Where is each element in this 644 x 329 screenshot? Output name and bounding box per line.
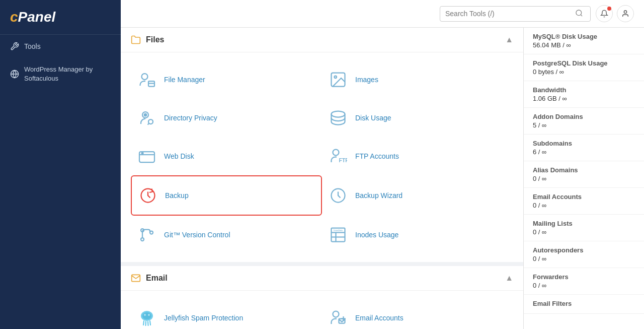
sidebar-item-wordpress-label: WordPress Manager by Softaculous bbox=[24, 65, 111, 83]
search-icon bbox=[575, 9, 583, 17]
disk-usage-icon bbox=[329, 109, 347, 127]
stat-postgresql-disk-value: 0 bytes / ∞ bbox=[533, 68, 635, 76]
files-section-title: Files bbox=[146, 35, 164, 44]
user-icon bbox=[621, 10, 629, 18]
web-disk-label: Web Disk bbox=[164, 152, 194, 160]
stat-addon-domains: Addon Domains 5 / ∞ bbox=[524, 108, 644, 135]
images-label: Images bbox=[355, 76, 378, 84]
file-manager-item[interactable]: File Manager bbox=[131, 60, 322, 99]
main-content: Files ▲ bbox=[121, 28, 523, 329]
sidebar: cPanel Tools WordPress Manager by Softac… bbox=[0, 0, 121, 329]
stat-forwarders-label: Forwarders bbox=[533, 273, 635, 281]
jellyfish-icon bbox=[138, 309, 156, 327]
tools-icon bbox=[10, 42, 19, 51]
disk-usage-label: Disk Usage bbox=[355, 114, 391, 122]
email-accounts-icon-wrap bbox=[327, 307, 349, 329]
svg-point-36 bbox=[144, 314, 146, 316]
stat-forwarders: Forwarders 0 / ∞ bbox=[524, 268, 644, 295]
inodes-item[interactable]: Inodes Inodes Usage bbox=[322, 216, 513, 254]
sidebar-item-tools[interactable]: Tools bbox=[0, 35, 121, 58]
backup-icon-wrap bbox=[137, 184, 159, 207]
right-panel: MySQL® Disk Usage 56.04 MB / ∞ PostgreSQ… bbox=[523, 28, 644, 329]
search-button[interactable] bbox=[573, 9, 585, 19]
topbar bbox=[121, 0, 644, 28]
email-accounts-item[interactable]: Email Accounts bbox=[322, 299, 513, 329]
images-icon bbox=[329, 71, 347, 89]
stat-email-filters: Email Filters bbox=[524, 295, 644, 314]
main-area: Files ▲ bbox=[121, 0, 644, 329]
email-section-title-group: Email bbox=[131, 273, 168, 283]
git-item[interactable]: Git™ Version Control bbox=[131, 216, 322, 254]
notifications-button[interactable] bbox=[596, 5, 613, 22]
disk-usage-item[interactable]: Disk Usage bbox=[322, 99, 513, 137]
svg-point-13 bbox=[332, 111, 345, 117]
stat-alias-domains-label: Alias Domains bbox=[533, 166, 635, 174]
images-item[interactable]: Images bbox=[322, 60, 513, 99]
backup-wizard-label: Backup Wizard bbox=[355, 191, 403, 200]
email-section: Email ▲ bbox=[121, 266, 523, 329]
git-label: Git™ Version Control bbox=[164, 231, 230, 239]
stat-mysql-disk-label: MySQL® Disk Usage bbox=[533, 33, 635, 40]
email-section-body: Jellyfish Spam Protection bbox=[121, 291, 523, 329]
files-collapse-icon[interactable]: ▲ bbox=[505, 35, 513, 44]
stat-email-filters-label: Email Filters bbox=[533, 300, 635, 307]
svg-point-3 bbox=[624, 11, 626, 13]
svg-point-8 bbox=[335, 76, 337, 79]
stat-postgresql-disk-label: PostgreSQL Disk Usage bbox=[533, 59, 635, 67]
git-icon bbox=[138, 226, 156, 244]
content-area: Files ▲ bbox=[121, 28, 644, 329]
svg-point-38 bbox=[333, 311, 339, 317]
directory-privacy-icon bbox=[138, 109, 156, 127]
stat-email-accounts-value: 0 / ∞ bbox=[533, 202, 635, 209]
stat-addon-domains-value: 5 / ∞ bbox=[533, 121, 635, 129]
web-disk-icon bbox=[138, 147, 156, 165]
files-section-title-group: Files bbox=[131, 35, 164, 45]
stat-bandwidth-value: 1.06 GB / ∞ bbox=[533, 95, 635, 102]
directory-privacy-label: Directory Privacy bbox=[164, 114, 217, 122]
svg-point-37 bbox=[148, 314, 150, 316]
svg-point-16 bbox=[142, 153, 143, 154]
git-icon-wrap bbox=[136, 224, 158, 246]
jellyfish-icon-wrap bbox=[136, 307, 158, 329]
web-disk-item[interactable]: Web Disk bbox=[131, 137, 322, 175]
svg-line-2 bbox=[581, 15, 582, 16]
svg-point-31 bbox=[142, 312, 151, 319]
files-section-body: File Manager Images bbox=[121, 52, 523, 262]
email-section-title: Email bbox=[146, 274, 168, 283]
backup-icon bbox=[139, 186, 157, 205]
stat-autoresponders-label: Autoresponders bbox=[533, 246, 635, 254]
stat-forwarders-value: 0 / ∞ bbox=[533, 282, 635, 289]
sidebar-item-tools-label: Tools bbox=[24, 42, 41, 50]
search-box[interactable] bbox=[440, 6, 591, 22]
stat-postgresql-disk: PostgreSQL Disk Usage 0 bytes / ∞ bbox=[524, 54, 644, 81]
email-section-header[interactable]: Email ▲ bbox=[121, 266, 523, 291]
folder-icon bbox=[131, 35, 141, 45]
stat-mailing-lists-label: Mailing Lists bbox=[533, 220, 635, 227]
user-button[interactable] bbox=[617, 5, 634, 22]
wordpress-icon bbox=[10, 70, 19, 79]
jellyfish-spam-item[interactable]: Jellyfish Spam Protection bbox=[131, 299, 322, 329]
stat-subdomains-label: Subdomains bbox=[533, 140, 635, 147]
inodes-label: Inodes Usage bbox=[355, 231, 398, 239]
ftp-accounts-item[interactable]: FTP FTP Accounts bbox=[322, 137, 513, 175]
files-section-header[interactable]: Files ▲ bbox=[121, 28, 523, 52]
directory-privacy-item[interactable]: Directory Privacy bbox=[131, 99, 322, 137]
svg-point-4 bbox=[142, 74, 148, 80]
backup-label: Backup bbox=[165, 191, 189, 200]
svg-line-35 bbox=[150, 321, 150, 325]
search-input[interactable] bbox=[445, 10, 573, 18]
bell-icon bbox=[600, 10, 608, 18]
email-accounts-label: Email Accounts bbox=[355, 314, 404, 322]
sidebar-item-wordpress[interactable]: WordPress Manager by Softaculous bbox=[0, 58, 121, 90]
backup-item[interactable]: Backup bbox=[131, 175, 322, 216]
svg-line-33 bbox=[146, 321, 146, 325]
stat-mysql-disk-value: 56.04 MB / ∞ bbox=[533, 41, 635, 49]
stat-autoresponders-value: 0 / ∞ bbox=[533, 255, 635, 262]
file-manager-label: File Manager bbox=[164, 76, 205, 84]
stat-mailing-lists-value: 0 / ∞ bbox=[533, 228, 635, 236]
email-accounts-icon bbox=[329, 309, 347, 327]
svg-line-32 bbox=[143, 321, 144, 325]
svg-line-34 bbox=[148, 321, 148, 325]
email-collapse-icon[interactable]: ▲ bbox=[505, 274, 513, 283]
backup-wizard-item[interactable]: Backup Wizard bbox=[322, 175, 513, 216]
